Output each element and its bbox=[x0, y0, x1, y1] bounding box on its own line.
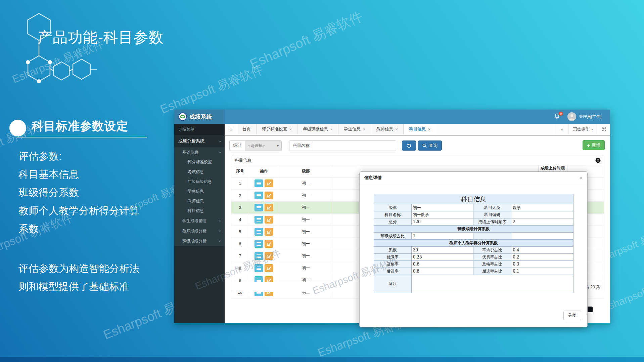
tab-item[interactable]: 年级班级信息× bbox=[297, 124, 338, 135]
slide-paragraph-2: 评估参数为构造智能分析法 则和模型提供了基础标准 bbox=[18, 259, 139, 296]
detail-field-value: 0.8 bbox=[411, 268, 473, 275]
paragraph-line: 评估参数为构造智能分析法 bbox=[18, 259, 139, 278]
add-button[interactable]: + 新增 bbox=[583, 140, 605, 150]
tab-item[interactable]: 评分标准设置× bbox=[257, 124, 297, 135]
level-select[interactable]: --请选择-- ▾ bbox=[245, 140, 281, 151]
chevron-left-icon: ‹ bbox=[219, 236, 221, 246]
detail-field-value: 初一数学 bbox=[411, 211, 473, 218]
detail-title-row: 科目信息 bbox=[374, 194, 573, 204]
view-row-button[interactable] bbox=[255, 204, 263, 211]
detail-field-label: 及格率占比 bbox=[473, 261, 511, 268]
detail-field-label bbox=[473, 233, 511, 240]
modal-close-button[interactable]: 关闭 bbox=[563, 311, 581, 320]
paragraph-line: 则和模型提供了基础标准 bbox=[18, 278, 139, 296]
tab-close-icon[interactable]: × bbox=[289, 127, 292, 132]
detail-form-title: 科目信息 bbox=[374, 194, 573, 204]
cell-level: 初一 bbox=[279, 214, 333, 226]
detail-field-value bbox=[511, 211, 573, 218]
paragraph-line: 科目基本信息 bbox=[18, 165, 139, 184]
app-logo[interactable]: 成绩系统 bbox=[174, 110, 225, 124]
edit-row-button[interactable] bbox=[265, 228, 273, 236]
list-icon bbox=[257, 278, 261, 282]
detail-field-value: 1 bbox=[411, 233, 473, 240]
cell-level: 初一 bbox=[279, 202, 333, 214]
filter-bar: 级部 --请选择-- ▾ 科目名称 bbox=[229, 140, 442, 151]
tab-item[interactable]: 科目信息× bbox=[404, 124, 436, 135]
tabs-scroll-left-button[interactable]: « bbox=[225, 124, 237, 135]
sidebar-item-base-info[interactable]: 基础信息 ‹ bbox=[174, 147, 225, 157]
view-row-button[interactable] bbox=[255, 192, 263, 199]
tab-close-icon[interactable]: × bbox=[363, 127, 365, 132]
tab-close-icon[interactable]: × bbox=[330, 127, 333, 132]
sidebar-item-score-analysis-system[interactable]: 成绩分析系统 ‹ bbox=[174, 135, 225, 147]
user-menu[interactable]: 管理员[主任] bbox=[567, 112, 601, 121]
tab-close-icon[interactable]: × bbox=[396, 127, 398, 132]
detail-field-label: 系数 bbox=[374, 247, 412, 254]
tab-item[interactable]: 首页 bbox=[237, 124, 257, 135]
detail-field-label: 科目编码 bbox=[473, 211, 511, 218]
sidebar-subitem[interactable]: 学生信息 bbox=[174, 187, 225, 196]
panel-title: 科目信息 bbox=[235, 158, 251, 163]
subject-name-input[interactable] bbox=[313, 140, 396, 151]
detail-field-value: 数学 bbox=[511, 204, 573, 211]
edit-pencil-icon bbox=[267, 205, 271, 210]
edit-row-button[interactable] bbox=[265, 204, 273, 211]
fullscreen-button[interactable] bbox=[598, 124, 610, 135]
list-icon bbox=[257, 182, 261, 186]
slide-bottom-strip bbox=[0, 357, 644, 362]
chevron-down-icon: ‹ bbox=[215, 152, 225, 153]
view-row-button[interactable] bbox=[255, 228, 263, 236]
paragraph-line: 系数 bbox=[18, 220, 139, 238]
tab-close-icon[interactable]: × bbox=[428, 127, 430, 132]
tabs-scroll-right-button[interactable]: » bbox=[556, 124, 568, 135]
refresh-button[interactable] bbox=[402, 140, 416, 151]
tab-item[interactable]: 教师信息× bbox=[371, 124, 404, 135]
detail-field-value: 0.2 bbox=[511, 254, 573, 261]
paragraph-line: 班级得分系数 bbox=[18, 184, 139, 202]
view-row-button[interactable] bbox=[255, 179, 263, 187]
level-filter-group: 级部 --请选择-- ▾ bbox=[229, 140, 282, 151]
cell-level: 初一 bbox=[279, 177, 333, 190]
sidebar-subitem[interactable]: 考试信息 bbox=[174, 167, 225, 177]
sidebar: 导航菜单 成绩分析系统 ‹ 基础信息 ‹ 评分标准设置考试信息年级班级信息学生信… bbox=[174, 124, 225, 323]
edit-row-button[interactable] bbox=[265, 216, 273, 224]
cell-level: 初一 bbox=[279, 238, 333, 250]
sidebar-subitem[interactable]: 评分标准设置 bbox=[174, 157, 225, 167]
caret-down-icon: ▾ bbox=[591, 127, 593, 131]
list-icon bbox=[257, 218, 261, 222]
collapse-panel-button[interactable] bbox=[595, 158, 601, 163]
detail-field-label: 科目大类 bbox=[473, 204, 511, 211]
sidebar-subitem[interactable]: 教师信息 bbox=[174, 196, 225, 206]
detail-row: 班级成绩计算系数 bbox=[374, 226, 573, 233]
cell-no: 3 bbox=[231, 202, 249, 214]
tab-item[interactable]: 学生信息× bbox=[338, 124, 371, 135]
detail-row: 系数30平均分占比0.4 bbox=[374, 247, 573, 254]
view-row-button[interactable] bbox=[255, 216, 263, 224]
close-icon[interactable]: × bbox=[579, 175, 583, 181]
detail-field-label: 总分 bbox=[374, 218, 412, 226]
sidebar-subitem[interactable]: 年级班级信息 bbox=[174, 177, 225, 187]
cell-level: 初一 bbox=[279, 262, 333, 274]
edit-row-button[interactable] bbox=[265, 240, 273, 248]
watermark: Esharpsoft 易睿软件 bbox=[247, 7, 365, 74]
sidebar-subitem[interactable]: 科目信息 bbox=[174, 206, 225, 216]
edit-row-button[interactable] bbox=[265, 179, 273, 187]
notifications-button[interactable]: 0 bbox=[554, 113, 561, 120]
sidebar-group-item[interactable]: 学生成绩管理‹ bbox=[174, 216, 225, 226]
detail-field-value: 0.1 bbox=[511, 268, 573, 275]
edit-row-button[interactable] bbox=[265, 192, 273, 199]
avatar bbox=[567, 112, 576, 121]
sidebar-group-item[interactable]: 教师成绩分析‹ bbox=[174, 226, 225, 236]
search-button[interactable]: 查询 bbox=[418, 140, 442, 151]
level-filter-label: 级部 bbox=[230, 140, 245, 151]
tab-operations-dropdown[interactable]: 页签操作 ▾ bbox=[568, 124, 598, 135]
view-row-button[interactable] bbox=[255, 240, 263, 248]
tab-label: 年级班级信息 bbox=[303, 126, 328, 132]
paragraph-line: 评估参数: bbox=[18, 147, 139, 165]
sidebar-group-item[interactable]: 班级成绩分析‹ bbox=[174, 236, 225, 246]
sidebar-group-label: 学生成绩管理 bbox=[182, 216, 206, 226]
level-select-value: --请选择-- bbox=[248, 143, 265, 149]
sidebar-nav-header: 导航菜单 bbox=[174, 124, 225, 135]
search-button-label: 查询 bbox=[429, 143, 438, 149]
detail-field-label: 成绩上传时顺序 bbox=[473, 218, 511, 226]
